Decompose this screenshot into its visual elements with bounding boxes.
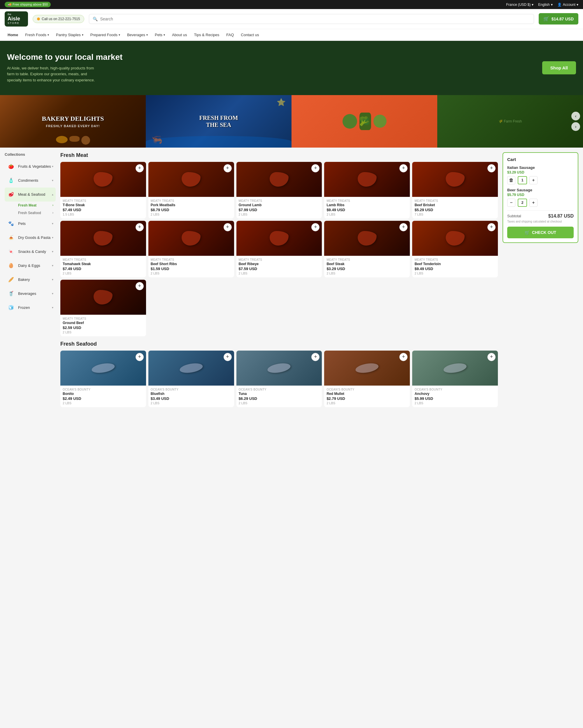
banner-veggies[interactable]: 🥦	[292, 95, 437, 148]
increase-qty-button[interactable]: +	[529, 176, 537, 184]
product-name: Beef Short Ribs	[151, 262, 232, 266]
currency-selector[interactable]: France (USD $) ▾	[506, 3, 533, 7]
increase-qty-button[interactable]: +	[529, 199, 537, 207]
add-to-cart-button[interactable]: +	[224, 353, 232, 361]
sidebar-item-dry-goods[interactable]: 🍝 Dry Goods & Pasta ▾	[5, 231, 56, 245]
add-to-cart-button[interactable]: +	[399, 353, 408, 361]
product-brand: OCEAN'S BOUNTY	[151, 388, 232, 391]
add-to-cart-button[interactable]: +	[311, 164, 320, 172]
seafood-product-card[interactable]: + OCEAN'S BOUNTY Tuna $6.29 USD 2 LBS	[237, 350, 322, 407]
meat-product-card[interactable]: + MEATY TREATS T-Bone Steak $7.49 USD 1.…	[60, 162, 146, 218]
nav-tips-recipes[interactable]: Tips & Recipes	[191, 29, 222, 41]
sidebar-item-snacks[interactable]: 🍬 Snacks & Candy ▾	[5, 245, 56, 259]
sidebar-sub-fresh-seafood[interactable]: Fresh Seafood ›	[16, 209, 56, 217]
add-to-cart-button[interactable]: +	[399, 223, 408, 231]
seafood-product-card[interactable]: + OCEAN'S BOUNTY Bluefish $3.49 USD 2 LB…	[148, 350, 234, 407]
add-to-cart-button[interactable]: +	[488, 353, 496, 361]
sidebar-item-condiments[interactable]: 🧴 Condiments ▾	[5, 174, 56, 187]
condiments-icon: 🧴	[7, 177, 15, 185]
meat-product-card[interactable]: + MEATY TREATS Beef Tenderloin $9.49 USD…	[412, 221, 498, 277]
sidebar-item-pets[interactable]: 🐾 Pets ▾	[5, 217, 56, 231]
seafood-product-card[interactable]: + OCEAN'S BOUNTY Bonito $2.49 USD 2 LBS	[60, 350, 146, 407]
product-name: Tomahawk Steak	[63, 262, 144, 266]
search-input[interactable]	[100, 17, 530, 21]
sidebar-title: Collections	[5, 152, 56, 157]
product-price: $2.59 USD	[63, 326, 144, 330]
nav-about-us[interactable]: About us	[169, 29, 190, 41]
shop-all-button[interactable]: Shop All	[542, 61, 576, 74]
sidebar-sub-fresh-meat[interactable]: Fresh Meat ›	[16, 202, 56, 209]
fresh-seafood-label: Fresh Seafood	[18, 211, 41, 215]
product-brand: MEATY TREATS	[151, 258, 232, 261]
remove-item-button[interactable]: 🗑	[507, 176, 516, 184]
sidebar-item-dairy[interactable]: 🥚 Dairy & Eggs ▾	[5, 259, 56, 273]
account-menu[interactable]: 👤 Account ▾	[557, 3, 578, 7]
header: the Aisle STORE Call us on 212-221-7515 …	[0, 9, 583, 29]
product-info: OCEAN'S BOUNTY Bluefish $3.49 USD 2 LBS	[148, 386, 234, 407]
meat-product-card[interactable]: + MEATY TREATS Pork Meatballs $8.79 USD …	[148, 162, 234, 218]
sidebar-item-meat-seafood[interactable]: 🥩 Meat & Seafood ▴	[5, 187, 56, 202]
nav-beverages[interactable]: Beverages▾	[124, 29, 151, 41]
cart-panel: Cart Italian Sausage $3.29 USD 🗑 1 + Bee…	[503, 152, 578, 412]
add-to-cart-button[interactable]: +	[488, 223, 496, 231]
add-to-cart-button[interactable]: +	[311, 223, 320, 231]
meat-product-card[interactable]: + MEATY TREATS Beef Ribeye $7.59 USD 2 L…	[237, 221, 322, 277]
product-weight: 2 LBS	[63, 401, 144, 405]
decrease-qty-button[interactable]: −	[507, 199, 516, 207]
sidebar-item-frozen[interactable]: 🧊 Frozen ▾	[5, 301, 56, 315]
top-bar: 🚚 Free shipping above $50 France (USD $)…	[0, 0, 583, 9]
add-to-cart-button[interactable]: +	[488, 164, 496, 172]
cart-button[interactable]: 🛒 $14.87 USD	[539, 13, 578, 25]
sidebar-label-snacks: Snacks & Candy	[18, 250, 52, 254]
product-info: MEATY TREATS Lamb Ribs $9.49 USD 2 LBS	[324, 197, 410, 218]
meat-product-card[interactable]: + MEATY TREATS Beef Brisket $5.29 USD 7 …	[412, 162, 498, 218]
meat-product-card[interactable]: + MEATY TREATS Tomahawk Steak $7.49 USD …	[60, 221, 146, 277]
add-to-cart-button[interactable]: +	[136, 282, 144, 290]
nav-prepared-foods[interactable]: Prepared Foods▾	[87, 29, 123, 41]
product-weight: 2 LBS	[415, 271, 496, 275]
product-name: Beef Tenderloin	[415, 262, 496, 266]
banner-bakery[interactable]: BAKERY DELIGHTS FRESHLY BAKED EVERY DAY!	[0, 95, 146, 148]
sidebar-item-bakery[interactable]: 🥖 Bakery ▾	[5, 273, 56, 287]
meat-product-card[interactable]: + MEATY TREATS Beef Steak $3.29 USD 2 LB…	[324, 221, 410, 277]
nav-pets[interactable]: Pets▾	[152, 29, 168, 41]
sidebar-item-beverages[interactable]: 🥤 Beverages ▾	[5, 287, 56, 301]
meat-product-card[interactable]: + MEATY TREATS Lamb Ribs $9.49 USD 2 LBS	[324, 162, 410, 218]
seafood-product-card[interactable]: + OCEAN'S BOUNTY Red Mullet $2.79 USD 2 …	[324, 350, 410, 407]
sidebar-label-dairy: Dairy & Eggs	[18, 263, 52, 268]
product-info: MEATY TREATS Beef Brisket $5.29 USD 7 LB…	[412, 197, 498, 218]
product-price: $2.49 USD	[63, 396, 144, 401]
nav-fresh-foods[interactable]: Fresh Foods▾	[22, 29, 52, 41]
meat-product-card[interactable]: + MEATY TREATS Beef Short Ribs $1.59 USD…	[148, 221, 234, 277]
meat-product-card[interactable]: + MEATY TREATS Ground Lamb $7.99 USD 2 L…	[237, 162, 322, 218]
banner-seafood[interactable]: FRESH FROMTHE SEA 🦐 ⭐	[146, 95, 292, 148]
add-to-cart-button[interactable]: +	[136, 223, 144, 231]
sidebar-item-fruits[interactable]: 🍅 Fruits & Vegetables ▾	[5, 159, 56, 174]
seafood-product-card[interactable]: + OCEAN'S BOUNTY Anchovy $5.99 USD 2 LBS	[412, 350, 498, 407]
add-to-cart-button[interactable]: +	[136, 353, 144, 361]
nav-pantry-staples[interactable]: Pantry Staples▾	[53, 29, 86, 41]
language-selector[interactable]: English ▾	[538, 3, 552, 7]
add-to-cart-button[interactable]: +	[311, 353, 320, 361]
search-bar[interactable]: 🔍	[89, 14, 534, 24]
add-to-cart-button[interactable]: +	[224, 164, 232, 172]
logo[interactable]: the Aisle STORE	[5, 11, 28, 27]
nav-contact[interactable]: Contact us	[238, 29, 262, 41]
dairy-icon: 🥚	[7, 262, 15, 270]
product-info: MEATY TREATS Ground Lamb $7.99 USD 2 LBS	[237, 197, 322, 218]
meat-product-card[interactable]: + MEATY TREATS Ground Beef $2.59 USD 2 L…	[60, 280, 146, 336]
cart-icon: 🛒	[543, 16, 549, 22]
product-image: +	[60, 221, 146, 256]
product-brand: MEATY TREATS	[63, 258, 144, 261]
add-to-cart-button[interactable]: +	[224, 223, 232, 231]
nav-home[interactable]: Home	[5, 29, 21, 41]
banner-next-button[interactable]: ›	[571, 122, 580, 131]
dry-goods-icon: 🍝	[7, 234, 15, 242]
banner-prev-button[interactable]: ‹	[571, 112, 580, 121]
checkout-button[interactable]: 🛒 CHECK OUT	[507, 227, 574, 238]
nav-faq[interactable]: FAQ	[223, 29, 237, 41]
banner-farm[interactable]: 🌾 Farm Fresh	[437, 95, 583, 148]
add-to-cart-button[interactable]: +	[136, 164, 144, 172]
add-to-cart-button[interactable]: +	[399, 164, 408, 172]
cart-quantity-display: 1	[518, 176, 527, 184]
